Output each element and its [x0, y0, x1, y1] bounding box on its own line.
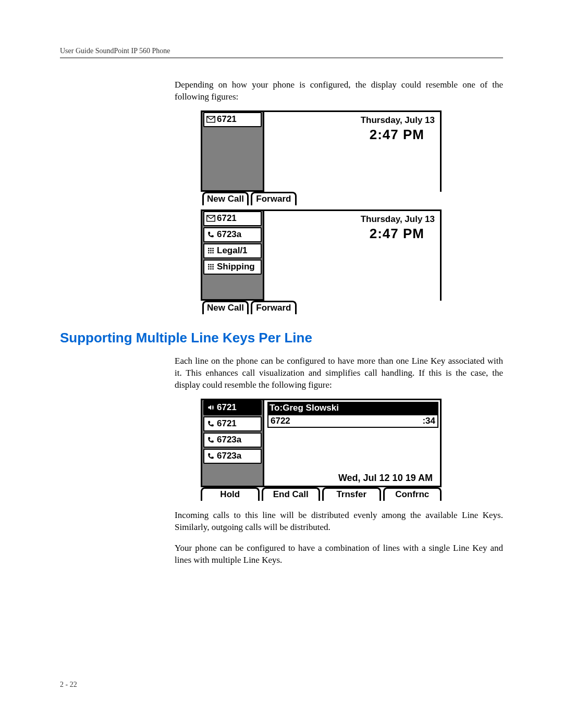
line-key[interactable]: 6723a	[203, 227, 262, 242]
line-key-label: 6721	[217, 402, 237, 413]
lcd-screen-3: 6721 6721 6723a 6723a	[201, 399, 503, 501]
svg-point-15	[210, 266, 212, 268]
line-key-label: 6723a	[217, 451, 241, 461]
line-key[interactable]: Shipping	[203, 260, 262, 275]
svg-point-17	[208, 268, 210, 270]
paragraph-after-1: Incoming calls to this line will be dist…	[175, 510, 503, 534]
line-key-area: 6721 6723a Legal/1 Shipping	[201, 211, 264, 301]
svg-point-5	[208, 250, 210, 252]
phone-icon	[206, 436, 215, 443]
softkey-new-call[interactable]: New Call	[202, 301, 249, 314]
paragraph-section-1: Each line on the phone can be configured…	[175, 355, 503, 391]
svg-point-6	[210, 250, 212, 252]
dialpad-icon	[206, 247, 215, 254]
softkey-new-call[interactable]: New Call	[202, 192, 249, 205]
line-key[interactable]: 6721	[203, 112, 262, 127]
svg-point-11	[208, 264, 210, 266]
svg-point-9	[210, 252, 212, 254]
line-key[interactable]: 6723a	[203, 449, 262, 464]
softkey-forward[interactable]: Forward	[251, 192, 297, 205]
line-key-label: 6721	[217, 213, 237, 224]
phone-icon	[206, 420, 215, 427]
line-key-active[interactable]: 6721	[203, 400, 262, 415]
line-key-label: Shipping	[217, 262, 255, 272]
lcd-date: Thursday, July 13	[361, 115, 435, 126]
call-row: 6722 :34	[267, 414, 438, 428]
lcd-screen-1: 6721 Thursday, July 13 2:47 PM New Call …	[201, 110, 503, 205]
call-timer: :34	[422, 416, 435, 426]
lcd-datetime: Wed, Jul 12 10 19 AM	[338, 473, 433, 484]
softkey-transfer[interactable]: Trnsfer	[322, 487, 381, 501]
envelope-icon	[206, 215, 215, 222]
page-number: 2 - 22	[60, 681, 77, 689]
line-key-label: 6721	[217, 114, 237, 125]
line-key-label: Legal/1	[217, 245, 248, 256]
softkey-row: New Call Forward	[202, 192, 503, 205]
lcd-time: 2:47 PM	[370, 127, 424, 143]
lcd-main-area: Thursday, July 13 2:47 PM	[266, 211, 440, 301]
softkey-row: Hold End Call Trnsfer Confrnc	[201, 487, 442, 501]
svg-point-7	[212, 250, 214, 252]
svg-point-13	[212, 264, 214, 266]
svg-point-8	[208, 252, 210, 254]
lcd-date: Thursday, July 13	[361, 214, 435, 225]
page: User Guide SoundPoint IP 560 Phone Depen…	[0, 0, 563, 728]
line-key[interactable]: 6721	[203, 416, 262, 431]
lcd-main-area: To:Greg Slowski 6722 :34 Wed, Jul 12 10 …	[266, 400, 440, 486]
svg-point-12	[210, 264, 212, 266]
svg-point-10	[212, 252, 214, 254]
running-head: User Guide SoundPoint IP 560 Phone	[60, 47, 503, 55]
svg-point-18	[210, 268, 212, 270]
figure-lcd-1: 6721 Thursday, July 13 2:47 PM New Call …	[201, 110, 503, 314]
softkey-hold[interactable]: Hold	[201, 487, 260, 501]
header-rule	[60, 57, 503, 58]
svg-point-2	[208, 248, 210, 250]
section-heading: Supporting Multiple Line Keys Per Line	[60, 330, 503, 346]
line-key[interactable]: 6721	[203, 211, 262, 226]
lcd-time: 2:47 PM	[370, 226, 424, 242]
line-key[interactable]: 6723a	[203, 433, 262, 448]
softkey-end-call[interactable]: End Call	[262, 487, 321, 501]
line-key-area: 6721 6721 6723a 6723a	[201, 400, 264, 486]
svg-point-14	[208, 266, 210, 268]
line-key-label: 6723a	[217, 435, 241, 445]
speaker-icon	[206, 404, 215, 411]
call-header: To:Greg Slowski	[267, 402, 438, 414]
lcd-screen-2: 6721 6723a Legal/1 Shipping	[201, 209, 503, 314]
svg-point-4	[212, 248, 214, 250]
svg-point-16	[212, 266, 214, 268]
dialpad-icon	[206, 263, 215, 270]
line-key-label: 6723a	[217, 229, 241, 240]
phone-icon	[206, 231, 215, 238]
lcd-main-area: Thursday, July 13 2:47 PM	[266, 112, 440, 192]
line-key[interactable]: Legal/1	[203, 243, 262, 258]
line-key-label: 6721	[217, 418, 237, 429]
phone-icon	[206, 452, 215, 460]
svg-point-3	[210, 248, 212, 250]
softkey-row: New Call Forward	[202, 301, 503, 314]
call-number: 6722	[271, 416, 290, 426]
paragraph-after-2: Your phone can be configured to have a c…	[175, 542, 503, 566]
envelope-icon	[206, 116, 215, 123]
line-key-area: 6721	[201, 112, 264, 192]
softkey-conference[interactable]: Confrnc	[383, 487, 442, 501]
paragraph-intro: Depending on how your phone is configure…	[175, 79, 503, 103]
figure-lcd-3: 6721 6721 6723a 6723a	[201, 399, 503, 501]
svg-point-19	[212, 268, 214, 270]
softkey-forward[interactable]: Forward	[251, 301, 297, 314]
